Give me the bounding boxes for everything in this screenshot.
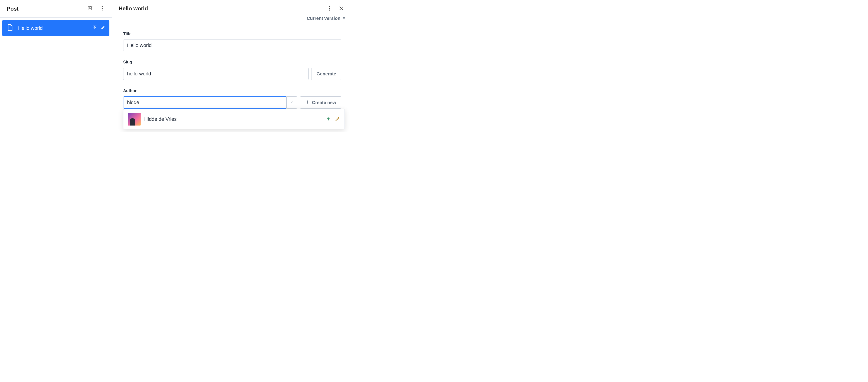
slug-label: Slug <box>123 60 341 65</box>
sidebar-body: Hello world <box>0 18 112 39</box>
edit-icon[interactable] <box>335 116 340 123</box>
author-dropdown-toggle[interactable] <box>286 96 297 109</box>
generate-slug-button[interactable]: Generate <box>311 68 341 80</box>
generate-label: Generate <box>316 71 336 76</box>
chevron-down-icon <box>290 100 294 105</box>
main-panel: Hello world Current version <box>112 0 352 155</box>
field-title: Title <box>123 32 341 51</box>
author-combo: Hidde de Vries <box>123 96 297 109</box>
sidebar: Post <box>0 0 112 155</box>
author-result-item[interactable]: Hidde de Vries <box>123 109 344 129</box>
close-button[interactable] <box>337 4 346 13</box>
post-list-item-actions <box>92 25 105 31</box>
post-list-item[interactable]: Hello world <box>2 20 110 36</box>
title-input[interactable] <box>123 39 341 51</box>
document-title: Hello world <box>119 5 322 12</box>
version-label: Current version <box>307 16 340 21</box>
edit-icon[interactable] <box>100 25 105 31</box>
compose-button[interactable] <box>86 4 95 13</box>
more-vertical-icon <box>99 5 105 12</box>
svg-point-1 <box>102 6 103 7</box>
svg-point-5 <box>329 8 330 8</box>
document-more-button[interactable] <box>325 4 334 13</box>
more-vertical-icon <box>327 5 333 12</box>
field-slug: Slug Generate <box>123 60 341 80</box>
plus-icon <box>305 100 310 105</box>
close-icon <box>338 5 344 12</box>
title-label: Title <box>123 32 341 36</box>
main-header: Hello world <box>112 0 352 15</box>
compose-icon <box>88 5 93 12</box>
sort-icon <box>342 16 346 21</box>
author-dropdown: Hidde de Vries <box>123 109 345 129</box>
svg-point-3 <box>102 9 103 10</box>
avatar <box>128 113 141 126</box>
sidebar-header: Post <box>0 0 112 18</box>
post-list-item-label: Hello world <box>18 25 88 31</box>
field-author: Author Hidde de Vri <box>123 89 341 125</box>
version-bar[interactable]: Current version <box>112 15 352 25</box>
author-result-name: Hidde de Vries <box>144 116 322 122</box>
slug-input[interactable] <box>123 68 309 80</box>
document-form: Title Slug Generate Author <box>112 25 352 132</box>
create-new-author-button[interactable]: Create new <box>300 96 341 109</box>
author-label: Author <box>123 89 341 93</box>
publish-icon[interactable] <box>326 116 331 123</box>
svg-point-6 <box>329 9 330 10</box>
document-icon <box>6 24 13 32</box>
create-new-label: Create new <box>312 100 336 105</box>
author-result-actions <box>326 116 340 123</box>
sidebar-title: Post <box>7 6 83 12</box>
svg-point-2 <box>102 8 103 9</box>
publish-icon[interactable] <box>92 25 97 31</box>
author-search-input[interactable] <box>123 96 286 109</box>
svg-point-4 <box>329 6 330 7</box>
sidebar-more-button[interactable] <box>98 4 107 13</box>
